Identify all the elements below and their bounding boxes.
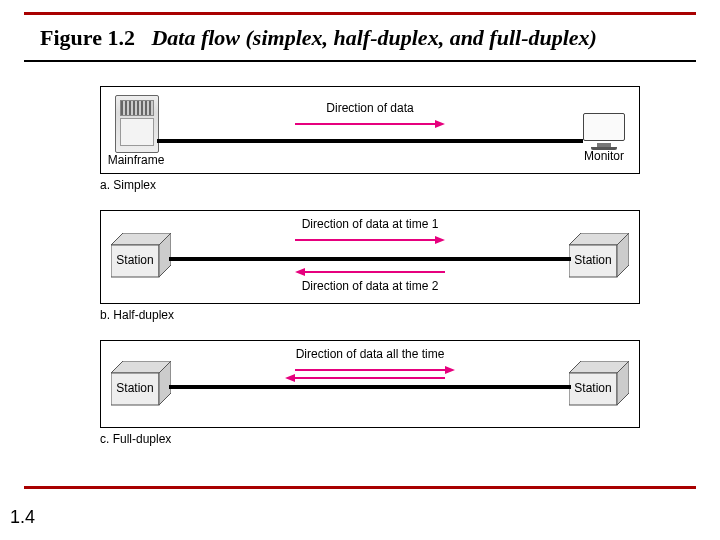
- station-left-icon: Station: [111, 233, 171, 279]
- mainframe-label: Mainframe: [107, 153, 165, 167]
- half-arrow-bottom-label: Direction of data at time 2: [270, 279, 470, 293]
- panel-simplex-box: Mainframe Monitor Direction of data: [100, 86, 640, 174]
- mainframe-icon: [115, 95, 157, 151]
- full-link: [169, 385, 571, 389]
- simplex-link: [157, 139, 583, 143]
- svg-marker-21: [285, 374, 295, 382]
- monitor-icon: [583, 113, 625, 147]
- full-caption: c. Full-duplex: [100, 432, 640, 446]
- station-right-icon: Station: [569, 233, 629, 279]
- panel-full-duplex: Station Station Direction of data all th…: [100, 340, 640, 446]
- panel-half-duplex: Station Station Direction of data at tim…: [100, 210, 640, 322]
- panel-full-box: Station Station Direction of data all th…: [100, 340, 640, 428]
- figure-title: Data flow (simplex, half-duplex, and ful…: [151, 25, 597, 50]
- station-right-label: Station: [569, 381, 617, 395]
- svg-marker-11: [295, 268, 305, 276]
- monitor-label: Monitor: [579, 149, 629, 163]
- half-caption: b. Half-duplex: [100, 308, 640, 322]
- svg-marker-19: [445, 366, 455, 374]
- station-left-label: Station: [111, 381, 159, 395]
- rule-top: [24, 12, 696, 15]
- panel-simplex: Mainframe Monitor Direction of data: [100, 86, 640, 192]
- svg-marker-1: [435, 120, 445, 128]
- page-number: 1.4: [10, 507, 35, 528]
- panels: Mainframe Monitor Direction of data: [100, 86, 640, 464]
- rule-title-underline: [24, 60, 696, 62]
- figure-title-row: Figure 1.2 Data flow (simplex, half-dupl…: [40, 24, 597, 52]
- full-arrow-label: Direction of data all the time: [270, 347, 470, 361]
- panel-half-box: Station Station Direction of data at tim…: [100, 210, 640, 304]
- half-arrow-top-label: Direction of data at time 1: [270, 217, 470, 231]
- station-right-label: Station: [569, 253, 617, 267]
- rule-bottom: [24, 486, 696, 489]
- figure-label: Figure 1.2: [40, 25, 135, 50]
- station-right-icon: Station: [569, 361, 629, 407]
- simplex-caption: a. Simplex: [100, 178, 640, 192]
- slide: Figure 1.2 Data flow (simplex, half-dupl…: [0, 0, 720, 540]
- simplex-arrow-label: Direction of data: [270, 101, 470, 115]
- half-link: [169, 257, 571, 261]
- station-left-label: Station: [111, 253, 159, 267]
- station-left-icon: Station: [111, 361, 171, 407]
- svg-marker-9: [435, 236, 445, 244]
